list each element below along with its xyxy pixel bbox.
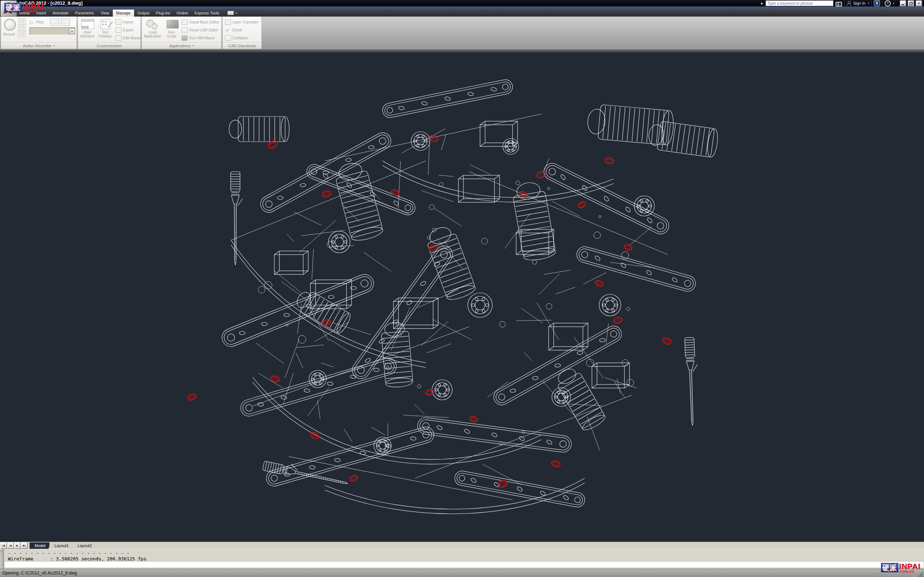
infocenter-toolbar: ▶ Sign In ▾ X ? ▾ × (761, 0, 922, 6)
configure-icon (225, 35, 231, 41)
ribbon: Record ▷ Play ▼ Action Recorder ▾ CUI Us… (0, 16, 924, 49)
ribbon-tab-bar: Home Insert Annotate Parametric View Man… (0, 7, 924, 16)
layer-translator-icon (225, 19, 231, 25)
panel-title-customization[interactable]: Customization (78, 42, 141, 49)
layer-translator-button[interactable]: Layer Translator (225, 19, 258, 25)
watermark-top-left: 硬派 INPAI .com.cn (4, 3, 44, 13)
run-vba-macro-button[interactable]: Run VBA Macro (181, 35, 215, 41)
tab-manage[interactable]: Manage (113, 10, 134, 16)
tab-annotate[interactable]: Annotate (50, 10, 72, 16)
search-binoculars-icon[interactable] (835, 1, 842, 6)
search-input[interactable] (766, 0, 834, 6)
status-bar: Opening: C:\C2012_v5.4\c2012_8.dwg (0, 569, 924, 577)
run-vba-macro-icon (181, 35, 188, 41)
minimize-button[interactable] (900, 1, 906, 6)
record-button[interactable]: Record (1, 32, 17, 36)
title-bar: AutoCAD 2012 - [c2012_8.dwg] ▶ Sign In ▾… (0, 0, 924, 7)
play-icon: ▷ (30, 19, 34, 25)
last-tab-button[interactable]: ▶| (21, 542, 27, 549)
ribbon-bottom-edge (0, 49, 924, 53)
first-tab-button[interactable]: |◀ (0, 542, 7, 549)
tab-plugins[interactable]: Plug-ins (153, 10, 174, 16)
panel-title-action-recorder[interactable]: Action Recorder ▾ (1, 42, 76, 49)
help-caret-icon[interactable]: ▾ (893, 2, 894, 5)
insert-input-icon[interactable] (18, 24, 26, 31)
ribbon-minimize-button[interactable]: ▾ (228, 11, 237, 16)
prev-tab-button[interactable]: ◀ (7, 542, 14, 549)
drawing-viewport[interactable] (0, 53, 924, 542)
tab-online[interactable]: Online (173, 10, 191, 16)
watermark-bottom-right: 硬派 INPAI .com.cn (881, 563, 921, 574)
command-input[interactable] (4, 561, 924, 568)
check-icon: ✔ (225, 27, 230, 33)
panel-applications: Load Application >_ Run Script Visual Ba… (142, 16, 221, 49)
panel-expand-icon: ▾ (192, 44, 194, 47)
tool-palettes-icon (100, 19, 110, 29)
user-interface-button[interactable]: User Interface (79, 30, 96, 38)
tab-express-tools[interactable]: Express Tools (191, 10, 222, 16)
status-message: Opening: C:\C2012_v5.4\c2012_8.dwg (2, 571, 77, 575)
infocenter-collapse-icon[interactable]: ▶ (761, 2, 763, 5)
run-script-icon: >_ (166, 20, 179, 29)
load-application-button[interactable]: Load Application (142, 30, 163, 38)
preference-icon[interactable] (50, 18, 59, 26)
run-script-button[interactable]: Run Script (163, 30, 179, 38)
tab-layout2[interactable]: Layout2 (73, 542, 97, 549)
user-interface-icon: CUI (81, 19, 94, 29)
insert-message-icon[interactable] (18, 18, 26, 24)
tab-model[interactable]: Model (30, 542, 51, 549)
configure-button[interactable]: Configure (225, 35, 248, 41)
tab-parametric[interactable]: Parametric (72, 10, 97, 16)
visual-lisp-editor-icon (181, 27, 188, 33)
panel-customization: CUI User Interface Tool Palettes Import … (78, 16, 141, 49)
check-button[interactable]: ✔ Check (225, 27, 242, 33)
close-button[interactable]: × (916, 1, 922, 6)
layout-tab-bar: |◀ ◀ ▶ ▶| Model Layout1 Layout2 (0, 542, 924, 549)
wireframe-model (0, 53, 924, 542)
visual-basic-editor-button[interactable]: Visual Basic Editor (181, 19, 219, 25)
combobox-dropdown-icon[interactable]: ▼ (69, 28, 75, 34)
record-icon[interactable] (4, 19, 16, 31)
sign-in-caret-icon[interactable]: ▾ (868, 2, 869, 5)
tab-output[interactable]: Output (134, 10, 153, 16)
play-button[interactable]: Play (36, 20, 44, 24)
edit-aliases-button[interactable]: Edit Aliases (115, 35, 142, 41)
panel-cad-standards: Layer Translator ✔ Check Configure CAD S… (222, 16, 262, 49)
user-icon (847, 1, 851, 6)
manage-action-macro-icon[interactable] (61, 18, 70, 26)
tab-layout1[interactable]: Layout1 (50, 542, 74, 549)
export-button[interactable]: Export (115, 27, 134, 33)
sign-in-button[interactable]: Sign In (853, 1, 866, 5)
pause-user-input-icon[interactable] (18, 31, 26, 37)
panel-expand-icon: ▾ (53, 44, 55, 47)
ribbon-minimize-icon (228, 11, 234, 15)
visual-basic-editor-icon (181, 19, 188, 25)
next-tab-button[interactable]: ▶ (14, 542, 21, 549)
import-icon (115, 19, 122, 25)
restore-button[interactable] (908, 1, 914, 6)
tab-view[interactable]: View (97, 10, 113, 16)
visual-lisp-editor-button[interactable]: Visual LISP Editor (181, 27, 218, 33)
command-window-grip[interactable] (0, 549, 4, 569)
import-button[interactable]: Import (115, 19, 133, 25)
exchange-apps-icon[interactable]: X (874, 0, 880, 6)
export-icon (115, 27, 122, 33)
panel-action-recorder: Record ▷ Play ▼ Action Recorder ▾ (1, 16, 77, 49)
help-icon[interactable]: ? (885, 0, 891, 6)
command-history: - - - - - - - - - - - - - - - - - - - - … (8, 550, 147, 562)
tool-palettes-button[interactable]: Tool Palettes (97, 30, 113, 38)
action-macro-combobox[interactable]: ▼ (30, 27, 76, 35)
panel-title-applications[interactable]: Applications ▾ (142, 42, 221, 49)
edit-aliases-icon (115, 35, 122, 41)
panel-title-cad-standards[interactable]: CAD Standards (223, 42, 261, 49)
command-line-window: - - - - - - - - - - - - - - - - - - - - … (0, 549, 924, 569)
